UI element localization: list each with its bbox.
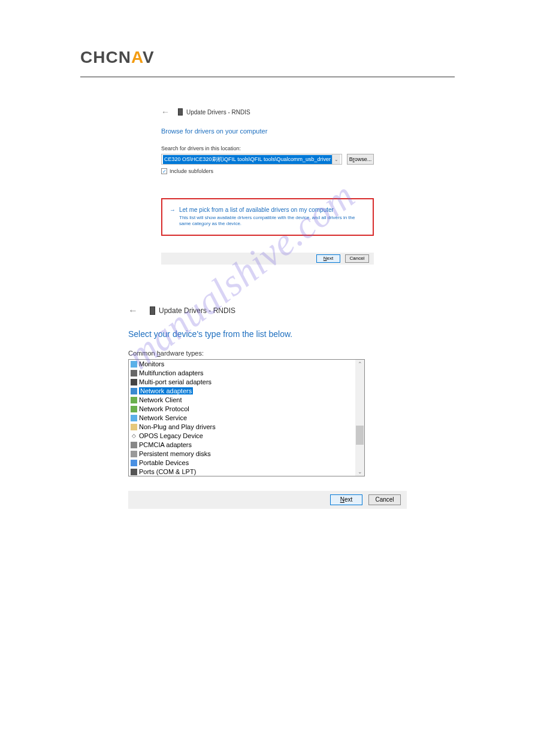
scrollbar-thumb[interactable] [356, 426, 364, 445]
list-item[interactable]: Portable Devices [129, 459, 355, 467]
next-button[interactable]: Next [330, 494, 362, 505]
pcmcia-icon [131, 442, 137, 448]
list-item[interactable]: Network Protocol [129, 405, 355, 414]
driver-path-combobox[interactable]: CE320 OS\HCE320刷机\QFIL tools\QFIL tools\… [161, 154, 342, 165]
back-icon[interactable]: ← [128, 305, 138, 316]
back-icon[interactable]: ← [161, 107, 170, 117]
list-item[interactable]: Ports (COM & LPT) [129, 467, 355, 476]
device-icon [150, 306, 155, 315]
search-location-label: Search for drivers in this location: [161, 145, 374, 151]
browse-button[interactable]: Browse... [347, 154, 374, 165]
scroll-down-icon[interactable]: ⌄ [358, 469, 362, 475]
next-button[interactable]: Next [316, 254, 340, 263]
multifunction-icon [131, 370, 137, 377]
dialog-title: Update Drivers - RNDIS [159, 306, 235, 315]
device-icon [178, 108, 183, 116]
persistent-disk-icon [131, 451, 137, 457]
update-drivers-select-type-dialog: ← Update Drivers - RNDIS Select your dev… [128, 305, 407, 509]
list-item[interactable]: Multifunction adapters [129, 369, 355, 378]
cancel-button[interactable]: Cancel [345, 254, 369, 263]
monitor-icon [131, 361, 137, 368]
arrow-right-icon: → [170, 207, 176, 213]
list-item[interactable]: Multi-port serial adapters [129, 378, 355, 387]
network-adapter-icon [131, 388, 137, 394]
scrollbar[interactable]: ⌃ ⌄ [355, 360, 364, 476]
portable-device-icon [131, 460, 137, 466]
button-bar: Next Cancel [161, 253, 374, 265]
list-item[interactable]: PCMCIA adapters [129, 441, 355, 450]
dialog-heading: Select your device's type from the list … [128, 329, 407, 339]
list-item[interactable]: Non-Plug and Play drivers [129, 423, 355, 432]
network-client-icon [131, 397, 137, 403]
button-bar: Next Cancel [128, 491, 407, 509]
update-drivers-browse-dialog: ← Update Drivers - RNDIS Browse for driv… [161, 107, 374, 265]
list-item-selected[interactable]: Network adapters [129, 387, 355, 396]
dialog-heading: Browse for drivers on your computer [161, 127, 374, 135]
hardware-types-listbox[interactable]: Monitors Multifunction adapters Multi-po… [128, 359, 365, 476]
list-item[interactable]: Network Client [129, 396, 355, 405]
nonpnp-icon [131, 424, 137, 430]
checkmark-icon: ✓ [161, 168, 167, 174]
chevron-down-icon[interactable]: ⌄ [332, 154, 340, 164]
brand-logo: CHCNAV [80, 48, 455, 67]
include-subfolders-checkbox[interactable]: ✓ Include subfolders [161, 168, 374, 174]
divider [80, 77, 455, 77]
list-item[interactable]: Monitors [129, 360, 355, 369]
list-item[interactable]: Persistent memory disks [129, 450, 355, 459]
network-protocol-icon [131, 406, 137, 412]
let-me-pick-option[interactable]: → Let me pick from a list of available d… [170, 207, 365, 227]
common-hardware-label: Common hardware types: [128, 350, 407, 357]
dialog-title: Update Drivers - RNDIS [186, 109, 250, 116]
list-item[interactable]: ◇OPOS Legacy Device [129, 432, 355, 441]
highlighted-option-box: → Let me pick from a list of available d… [161, 198, 374, 236]
ports-icon [131, 469, 137, 475]
cancel-button[interactable]: Cancel [368, 494, 401, 505]
opos-icon: ◇ [131, 433, 137, 439]
list-item[interactable]: Network Service [129, 414, 355, 423]
network-service-icon [131, 415, 137, 421]
serial-icon [131, 379, 137, 385]
scroll-up-icon[interactable]: ⌃ [358, 361, 362, 367]
